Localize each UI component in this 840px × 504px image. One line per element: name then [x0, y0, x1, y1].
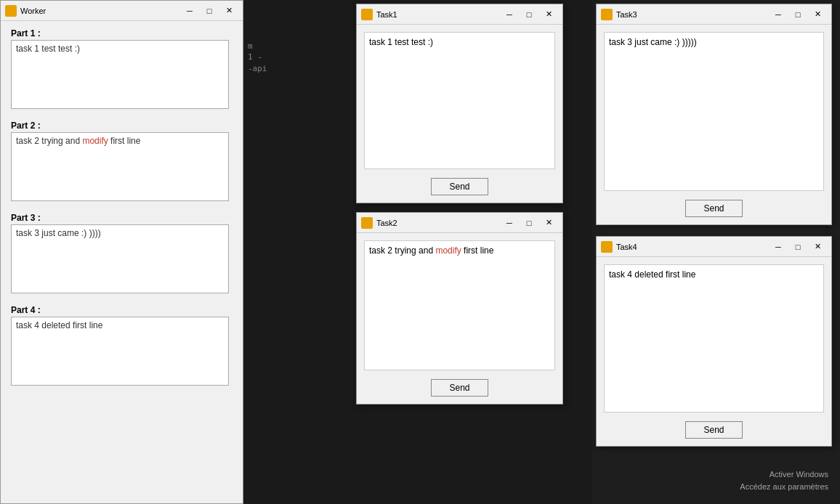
- task4-maximize-btn[interactable]: □: [788, 240, 807, 254]
- windows-watermark: Activer Windows Accédez aux paramètres: [740, 468, 828, 492]
- part2-text-suffix: first line: [108, 136, 141, 146]
- task2-maximize-btn[interactable]: □: [520, 216, 538, 230]
- part1-text: task 1 test test :): [16, 44, 80, 54]
- task3-titlebar: Task3 ─ □ ✕: [597, 4, 831, 25]
- task2-text-suffix: first line: [461, 245, 494, 256]
- part2-label: Part 2 :: [11, 121, 233, 131]
- task2-content: task 2 trying and modify first line Send: [357, 233, 562, 404]
- task4-close-btn[interactable]: ✕: [808, 240, 827, 254]
- task1-content: task 1 test test :) Send: [357, 25, 562, 203]
- task1-icon: [361, 9, 373, 20]
- task1-textarea[interactable]: task 1 test test :): [364, 32, 555, 169]
- task2-text-modify: modify: [435, 245, 461, 256]
- task2-title: Task2: [376, 219, 500, 227]
- part4-label: Part 4 :: [11, 305, 233, 315]
- task4-icon: [601, 241, 613, 253]
- task2-window: Task2 ─ □ ✕ task 2 trying and modify fir…: [356, 212, 563, 405]
- task3-send-btn[interactable]: Send: [685, 200, 742, 217]
- part1-textbox: task 1 test test :): [11, 40, 229, 109]
- part1-section: Part 1 : task 1 test test :): [11, 28, 233, 109]
- task1-send-btn[interactable]: Send: [431, 178, 488, 195]
- task3-icon: [601, 9, 613, 20]
- watermark-line1: Activer Windows: [740, 468, 828, 481]
- worker-maximize-btn[interactable]: □: [200, 4, 219, 18]
- task1-close-btn[interactable]: ✕: [539, 7, 558, 22]
- task3-maximize-btn[interactable]: □: [788, 7, 807, 22]
- task4-minimize-btn[interactable]: ─: [769, 240, 788, 254]
- task3-minimize-btn[interactable]: ─: [769, 7, 788, 22]
- task1-title: Task1: [376, 10, 500, 19]
- task3-close-btn[interactable]: ✕: [808, 7, 827, 22]
- task2-close-btn[interactable]: ✕: [539, 216, 558, 230]
- task4-textarea[interactable]: task 4 deleted first line: [604, 264, 824, 412]
- task3-controls: ─ □ ✕: [769, 7, 827, 22]
- task3-title: Task3: [616, 10, 769, 19]
- task1-titlebar: Task1 ─ □ ✕: [357, 4, 562, 25]
- task1-minimize-btn[interactable]: ─: [500, 7, 519, 22]
- task4-content: task 4 deleted first line Send: [597, 257, 831, 446]
- task4-title: Task4: [616, 243, 769, 251]
- task3-textarea[interactable]: task 3 just came :) ))))): [604, 32, 824, 191]
- part4-section: Part 4 : task 4 deleted first line: [11, 305, 233, 386]
- task3-window: Task3 ─ □ ✕ task 3 just came :) ))))) Se…: [596, 4, 832, 225]
- watermark-line2: Accédez aux paramètres: [740, 481, 828, 493]
- worker-window: Worker ─ □ ✕ Part 1 : task 1 test test :…: [0, 0, 243, 504]
- task4-controls: ─ □ ✕: [769, 240, 827, 254]
- task2-textarea-display[interactable]: task 2 trying and modify first line: [364, 240, 555, 370]
- worker-minimize-btn[interactable]: ─: [180, 4, 199, 18]
- part2-text-modify: modify: [82, 136, 108, 146]
- part3-textbox: task 3 just came :) )))): [11, 224, 229, 293]
- worker-close-btn[interactable]: ✕: [219, 4, 238, 18]
- part3-label: Part 3 :: [11, 213, 233, 223]
- part2-text-prefix: task 2 trying and: [16, 136, 82, 146]
- task4-titlebar: Task4 ─ □ ✕: [597, 237, 831, 257]
- part4-textbox: task 4 deleted first line: [11, 317, 229, 386]
- worker-controls: ─ □ ✕: [180, 4, 238, 18]
- task4-window: Task4 ─ □ ✕ task 4 deleted first line Se…: [596, 236, 832, 447]
- task2-text-prefix: task 2 trying and: [369, 245, 435, 256]
- worker-title: Worker: [20, 7, 180, 15]
- part4-text: task 4 deleted first line: [16, 320, 102, 330]
- worker-content: Part 1 : task 1 test test :) Part 2 : ta…: [1, 21, 243, 503]
- part2-section: Part 2 : task 2 trying and modify first …: [11, 121, 233, 201]
- task2-send-btn[interactable]: Send: [431, 379, 488, 397]
- part2-textbox: task 2 trying and modify first line: [11, 132, 229, 201]
- task1-window: Task1 ─ □ ✕ task 1 test test :) Send: [356, 4, 563, 203]
- part1-label: Part 1 :: [11, 28, 233, 38]
- task1-maximize-btn[interactable]: □: [520, 7, 538, 22]
- worker-titlebar: Worker ─ □ ✕: [1, 1, 243, 21]
- task2-controls: ─ □ ✕: [500, 216, 558, 230]
- worker-icon: [5, 5, 17, 17]
- task2-minimize-btn[interactable]: ─: [500, 216, 519, 230]
- task2-icon: [361, 217, 373, 229]
- part3-section: Part 3 : task 3 just came :) )))): [11, 213, 233, 293]
- task4-send-btn[interactable]: Send: [685, 421, 742, 439]
- task2-titlebar: Task2 ─ □ ✕: [357, 213, 562, 233]
- task3-content: task 3 just came :) ))))) Send: [597, 25, 831, 224]
- task1-controls: ─ □ ✕: [500, 7, 558, 22]
- part3-text: task 3 just came :) )))): [16, 228, 101, 238]
